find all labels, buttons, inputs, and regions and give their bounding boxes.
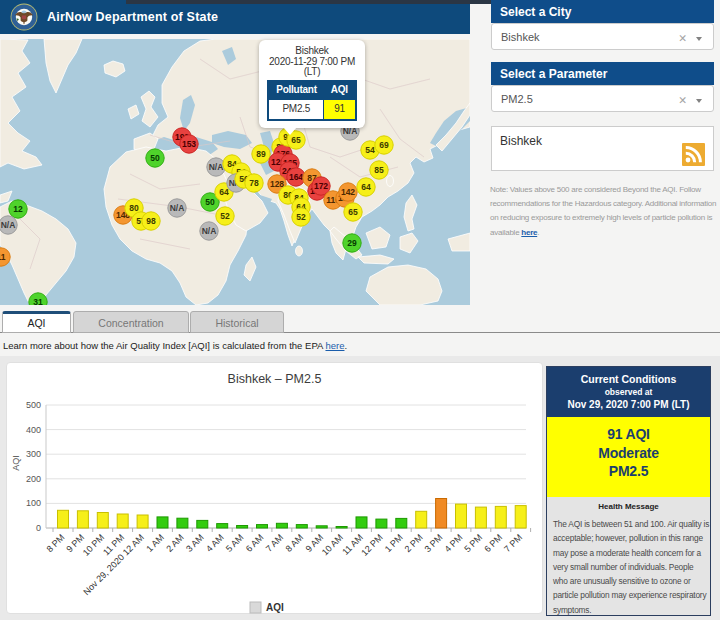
svg-text:50: 50 [205,197,215,207]
svg-text:10 AM: 10 AM [320,532,345,557]
svg-text:64: 64 [219,187,229,197]
svg-text:2 AM: 2 AM [164,532,186,554]
svg-text:N/A: N/A [170,203,185,213]
svg-text:400: 400 [26,425,41,435]
svg-text:AQI: AQI [266,602,284,613]
svg-text:100: 100 [26,498,41,508]
svg-text:142: 142 [341,187,355,197]
svg-text:500: 500 [26,400,41,410]
svg-text:3 PM: 3 PM [423,532,445,554]
svg-text:65: 65 [348,207,358,217]
svg-text:3 AM: 3 AM [184,532,206,554]
svg-text:1 AM: 1 AM [144,532,166,554]
svg-text:300: 300 [26,449,41,459]
svg-text:65: 65 [291,135,301,145]
svg-text:N/A: N/A [209,162,224,172]
svg-text:200: 200 [26,474,41,484]
svg-text:64: 64 [361,182,371,192]
svg-text:98: 98 [146,216,156,226]
svg-text:80: 80 [129,203,139,213]
svg-text:172: 172 [314,181,328,191]
svg-text:1 PM: 1 PM [383,532,405,554]
svg-text:69: 69 [379,140,389,150]
svg-text:153: 153 [182,139,196,149]
svg-text:54: 54 [365,145,375,155]
svg-text:12 PM: 12 PM [359,532,384,557]
svg-text:31: 31 [33,297,43,305]
svg-text:85: 85 [374,165,384,175]
svg-text:78: 78 [249,178,259,188]
svg-text:89: 89 [256,149,266,159]
svg-text:6 AM: 6 AM [244,532,266,554]
svg-text:7 PM: 7 PM [502,532,524,554]
svg-text:52: 52 [220,211,230,221]
svg-text:164: 164 [289,172,303,182]
svg-text:52: 52 [296,212,306,222]
svg-text:10 PM: 10 PM [81,532,106,557]
svg-text:2 PM: 2 PM [403,532,425,554]
svg-text:11: 11 [0,252,6,262]
svg-text:29: 29 [347,238,357,248]
svg-text:N/A: N/A [202,226,217,236]
svg-text:4 PM: 4 PM [442,532,464,554]
svg-text:5 PM: 5 PM [462,532,484,554]
svg-text:AQI: AQI [11,455,21,471]
svg-text:8 PM: 8 PM [44,532,66,554]
svg-text:50: 50 [150,153,160,163]
svg-text:0: 0 [36,523,41,533]
svg-text:6 PM: 6 PM [482,532,504,554]
svg-text:8 AM: 8 AM [284,532,306,554]
svg-text:4 AM: 4 AM [204,532,226,554]
svg-text:12: 12 [13,204,23,214]
svg-text:5 AM: 5 AM [224,532,246,554]
svg-text:N/A: N/A [1,220,16,230]
svg-text:7 AM: 7 AM [264,532,286,554]
